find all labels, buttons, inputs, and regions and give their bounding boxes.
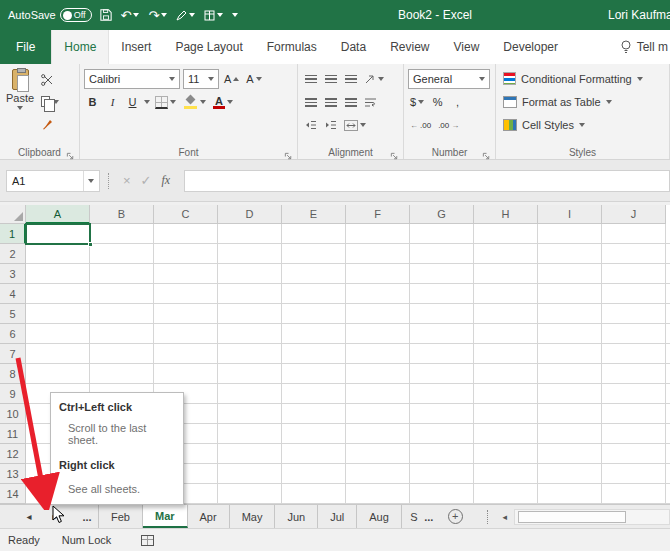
row-header-7[interactable]: 7 bbox=[0, 344, 26, 364]
undo-dropdown-icon[interactable] bbox=[133, 13, 139, 17]
tab-insert[interactable]: Insert bbox=[109, 30, 163, 64]
column-header-g[interactable]: G bbox=[410, 205, 474, 224]
sheet-tab-feb[interactable]: Feb bbox=[98, 505, 143, 528]
row-header-2[interactable]: 2 bbox=[0, 244, 26, 264]
name-box[interactable]: A1 bbox=[6, 170, 100, 192]
formula-bar-splitter[interactable] bbox=[108, 173, 109, 189]
row-header-14[interactable]: 14 bbox=[0, 484, 26, 504]
macro-record-icon[interactable] bbox=[141, 535, 154, 546]
column-header-a[interactable]: A bbox=[26, 205, 90, 224]
row-header-1[interactable]: 1 bbox=[0, 224, 26, 244]
fill-color-dropdown-icon[interactable] bbox=[200, 100, 206, 104]
orientation-button[interactable] bbox=[362, 69, 386, 89]
increase-font-button[interactable]: A bbox=[222, 69, 241, 89]
scroll-sheets-left-button[interactable]: ◂ bbox=[16, 505, 42, 528]
cut-button[interactable] bbox=[38, 70, 62, 89]
format-as-table-dropdown-icon[interactable] bbox=[606, 100, 612, 104]
cell-styles-button[interactable]: Cell Styles bbox=[498, 114, 667, 135]
tab-file[interactable]: File bbox=[0, 30, 51, 64]
row-header-5[interactable]: 5 bbox=[0, 304, 26, 324]
cell-styles-dropdown-icon[interactable] bbox=[579, 123, 585, 127]
sheet-tab-mar[interactable]: Mar bbox=[143, 505, 188, 528]
underline-dropdown-icon[interactable] bbox=[144, 100, 150, 104]
format-painter-button[interactable] bbox=[38, 114, 62, 133]
sheet-tab-aug[interactable]: Aug bbox=[357, 505, 402, 528]
row-header-12[interactable]: 12 bbox=[0, 444, 26, 464]
paste-dropdown-icon[interactable] bbox=[17, 106, 23, 110]
save-button[interactable] bbox=[99, 5, 113, 25]
orientation-dropdown-icon[interactable] bbox=[378, 77, 384, 81]
user-name[interactable]: Lori Kaufman bbox=[608, 0, 670, 30]
redo-button[interactable]: ↷ bbox=[147, 5, 168, 25]
font-name-combo[interactable]: Calibri bbox=[84, 69, 180, 89]
number-format-combo[interactable]: General bbox=[408, 69, 490, 89]
bold-button[interactable]: B bbox=[84, 92, 101, 112]
align-top-button[interactable] bbox=[302, 69, 319, 89]
column-header-j[interactable]: J bbox=[602, 205, 666, 224]
increase-indent-button[interactable] bbox=[322, 115, 339, 135]
number-format-dropdown-icon[interactable] bbox=[479, 77, 485, 81]
align-middle-button[interactable] bbox=[322, 69, 339, 89]
merge-center-dropdown-icon[interactable] bbox=[360, 123, 366, 127]
column-header-e[interactable]: E bbox=[282, 205, 346, 224]
column-header-c[interactable]: C bbox=[154, 205, 218, 224]
undo-button[interactable]: ↶ bbox=[120, 5, 141, 25]
sheet-tab-apr[interactable]: Apr bbox=[188, 505, 230, 528]
column-header-h[interactable]: H bbox=[474, 205, 538, 224]
row-header-8[interactable]: 8 bbox=[0, 364, 26, 384]
scrollbar-track[interactable] bbox=[514, 509, 670, 525]
hidden-sheets-left-button[interactable]: ... bbox=[76, 505, 98, 528]
comma-style-button[interactable]: , bbox=[449, 92, 466, 112]
align-center-button[interactable] bbox=[322, 92, 339, 112]
tab-review[interactable]: Review bbox=[378, 30, 441, 64]
row-header-10[interactable]: 10 bbox=[0, 404, 26, 424]
scrollbar-thumb[interactable] bbox=[518, 511, 626, 523]
alignment-dialog-launcher[interactable] bbox=[390, 147, 400, 157]
column-header-i[interactable]: I bbox=[538, 205, 602, 224]
align-right-button[interactable] bbox=[342, 92, 359, 112]
font-size-combo[interactable]: 11 bbox=[183, 69, 219, 89]
font-color-button[interactable]: A bbox=[211, 92, 235, 112]
tab-data[interactable]: Data bbox=[329, 30, 378, 64]
row-header-11[interactable]: 11 bbox=[0, 424, 26, 444]
percent-button[interactable]: % bbox=[429, 92, 446, 112]
table-dropdown-icon[interactable] bbox=[217, 13, 223, 17]
copy-button[interactable] bbox=[38, 92, 62, 111]
tab-page-layout[interactable]: Page Layout bbox=[163, 30, 254, 64]
tab-scrollbar-splitter[interactable] bbox=[487, 510, 488, 524]
borders-button[interactable] bbox=[153, 92, 178, 112]
font-name-dropdown-icon[interactable] bbox=[169, 77, 175, 81]
sheet-tab-jun[interactable]: Jun bbox=[275, 505, 318, 528]
fill-color-button[interactable] bbox=[181, 92, 208, 112]
column-header-b[interactable]: B bbox=[90, 205, 154, 224]
row-header-9[interactable]: 9 bbox=[0, 384, 26, 404]
decrease-indent-button[interactable] bbox=[302, 115, 319, 135]
currency-dropdown-icon[interactable] bbox=[418, 100, 424, 104]
row-header-4[interactable]: 4 bbox=[0, 284, 26, 304]
align-bottom-button[interactable] bbox=[342, 69, 359, 89]
scrollbar-left-icon[interactable]: ◂ bbox=[496, 509, 514, 525]
tab-view[interactable]: View bbox=[442, 30, 492, 64]
font-size-dropdown-icon[interactable] bbox=[208, 77, 214, 81]
merge-center-button[interactable] bbox=[342, 115, 368, 135]
paste-button[interactable]: Paste bbox=[2, 66, 38, 143]
number-dialog-launcher[interactable] bbox=[482, 147, 492, 157]
name-box-dropdown-icon[interactable] bbox=[88, 179, 94, 183]
enter-icon[interactable]: ✓ bbox=[141, 173, 152, 188]
insert-function-button[interactable]: fx bbox=[162, 173, 171, 188]
column-header-f[interactable]: F bbox=[346, 205, 410, 224]
sheet-tab-jul[interactable]: Jul bbox=[318, 505, 357, 528]
autosave-pill[interactable]: Off bbox=[60, 8, 92, 22]
tab-formulas[interactable]: Formulas bbox=[255, 30, 329, 64]
pen-dropdown-icon[interactable] bbox=[189, 13, 195, 17]
format-as-table-button[interactable]: Format as Table bbox=[498, 91, 667, 112]
underline-button[interactable]: U bbox=[124, 92, 141, 112]
sheet-tab-may[interactable]: May bbox=[230, 505, 276, 528]
conditional-formatting-dropdown-icon[interactable] bbox=[637, 77, 643, 81]
borders-dropdown-icon[interactable] bbox=[170, 100, 176, 104]
formula-input[interactable] bbox=[184, 170, 670, 192]
cancel-icon[interactable]: × bbox=[123, 173, 131, 188]
select-all-corner[interactable] bbox=[0, 205, 26, 224]
customize-qat-button[interactable] bbox=[231, 5, 239, 25]
italic-button[interactable]: I bbox=[104, 92, 121, 112]
